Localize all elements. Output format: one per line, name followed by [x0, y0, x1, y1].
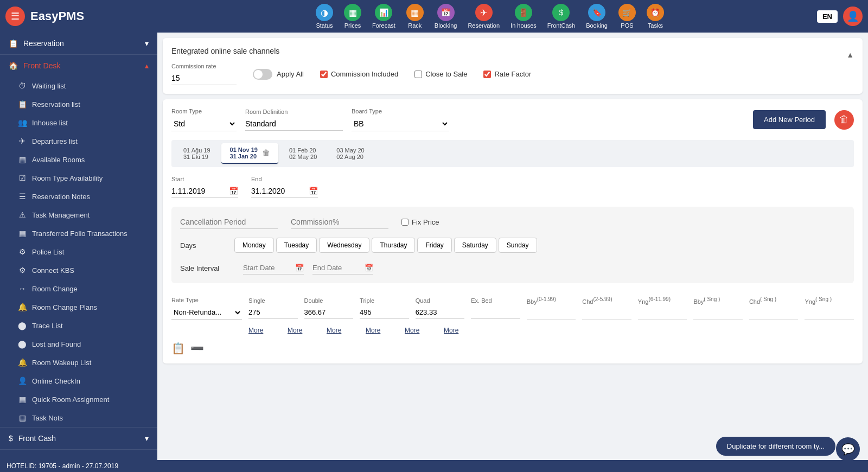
sale-end-input[interactable] [312, 264, 361, 272]
bby-sng-input[interactable] [693, 307, 743, 320]
nav-booking[interactable]: 🔖 Booking [586, 4, 608, 29]
sidebar-item-quick-room[interactable]: ▦ Quick Room Assignment [0, 390, 157, 409]
copy-button[interactable]: 📋 [171, 342, 185, 355]
end-calendar-icon[interactable]: 📅 [309, 187, 318, 195]
start-calendar-icon[interactable]: 📅 [229, 187, 238, 195]
more-link-2[interactable]: More [288, 327, 320, 334]
sunday-btn[interactable]: Sunday [499, 238, 537, 253]
nav-blocking[interactable]: 📅 Blocking [435, 4, 457, 29]
duplicate-button[interactable]: Duplicate for different room ty... [716, 437, 835, 456]
chat-button[interactable]: 💬 [836, 437, 860, 461]
close-to-sale-input[interactable] [414, 71, 422, 78]
sidebar-item-online-checkin[interactable]: 👤 Online CheckIn [0, 372, 157, 390]
single-input[interactable] [248, 306, 298, 319]
chd-sng-input[interactable] [749, 307, 799, 320]
nav-rack[interactable]: ▦ Rack [406, 4, 424, 29]
board-type-select[interactable]: BB [352, 117, 449, 131]
monday-btn[interactable]: Monday [234, 238, 274, 253]
sidebar-item-room-change-plans[interactable]: 🔔 Room Change Plans [0, 298, 157, 316]
end-date-input[interactable] [251, 184, 305, 197]
add-period-button[interactable]: Add New Period [753, 110, 826, 129]
rate-factor-check[interactable]: Rate Factor [483, 70, 531, 78]
sidebar-item-room-type-availability[interactable]: ☑ Room Type Availability [0, 169, 157, 187]
period-section: Room Type Std Room Definition Board Type… [163, 99, 863, 363]
period-tab-2-line2: 31 Jan 20 [230, 153, 258, 160]
period-tab-4[interactable]: 03 May 20 02 Aug 20 [328, 143, 373, 164]
bby-input[interactable] [527, 307, 576, 320]
more-link-4[interactable]: More [366, 327, 398, 334]
sidebar-item-task-nots[interactable]: ▦ Task Nots [0, 409, 157, 427]
rate-factor-label: Rate Factor [494, 70, 531, 78]
sale-start-calendar-icon[interactable]: 📅 [295, 264, 304, 272]
menu-button[interactable]: ☰ [5, 7, 25, 26]
sidebar-item-transferred-folio[interactable]: ▦ Transferred Folio Transactions [0, 224, 157, 243]
ex-bed-input[interactable] [471, 306, 520, 319]
sidebar-item-waiting-list[interactable]: ⏱ Waiting list [0, 76, 157, 95]
triple-input[interactable] [360, 306, 409, 319]
sidebar-item-available-rooms[interactable]: ▦ Available Rooms [0, 150, 157, 169]
double-input[interactable] [304, 306, 354, 319]
tuesday-btn[interactable]: Tuesday [276, 238, 317, 253]
nav-inhouses[interactable]: 🚪 In houses [510, 4, 537, 29]
period-tab-1[interactable]: 01 Ağu 19 31 Eki 19 [175, 143, 219, 164]
rate-factor-input[interactable] [483, 71, 491, 78]
delete-period-button[interactable]: 🗑 [834, 110, 854, 130]
saturday-btn[interactable]: Saturday [454, 238, 496, 253]
chd-input[interactable] [582, 307, 631, 320]
commission-included-check[interactable]: Commission Included [320, 70, 398, 78]
more-link-6[interactable]: More [444, 327, 476, 334]
close-to-sale-check[interactable]: Close to Sale [414, 70, 467, 78]
period-tab-2-delete[interactable]: 🗑 [262, 149, 270, 157]
user-avatar[interactable]: 👤 [843, 7, 863, 26]
sidebar-item-police-list[interactable]: ⚙ Police List [0, 243, 157, 261]
remove-button[interactable]: ➖ [190, 342, 204, 355]
more-link-5[interactable]: More [405, 327, 437, 334]
sidebar-item-connect-kbs[interactable]: ⚙ Connect KBS [0, 261, 157, 279]
cancellation-period-input[interactable] [180, 215, 278, 229]
yng-input[interactable] [638, 307, 687, 320]
thursday-btn[interactable]: Thursday [372, 238, 415, 253]
channels-collapse-icon[interactable]: ▲ [846, 50, 854, 59]
nav-reservation[interactable]: ✈ Reservation [468, 4, 500, 29]
nav-tasks[interactable]: ⏰ Tasks [647, 4, 664, 29]
sidebar-item-inhouse-list[interactable]: 👥 Inhouse list [0, 113, 157, 132]
friday-btn[interactable]: Friday [417, 238, 451, 253]
period-tab-2[interactable]: 01 Nov 19 31 Jan 20 🗑 [221, 143, 278, 164]
more-link-3[interactable]: More [327, 327, 359, 334]
sidebar-reservation-header[interactable]: 📋 Reservation ▾ [0, 33, 157, 54]
nav-frontcash[interactable]: $ FrontCash [547, 4, 575, 29]
sidebar-item-room-change[interactable]: ↔ Room Change [0, 279, 157, 298]
sidebar-item-room-wakeup[interactable]: 🔔 Room Wakeup List [0, 353, 157, 372]
wednesday-btn[interactable]: Wednesday [319, 238, 369, 253]
more-link-1[interactable]: More [248, 327, 281, 334]
nav-status[interactable]: ◑ Status [316, 4, 333, 29]
start-date-input[interactable] [171, 184, 226, 197]
nav-prices[interactable]: ▦ Prices [344, 4, 361, 29]
room-def-input[interactable] [245, 117, 343, 131]
language-button[interactable]: EN [817, 10, 838, 23]
triple-label: Triple [360, 297, 409, 304]
fix-price-checkbox[interactable] [401, 219, 409, 226]
commission-pct-input[interactable] [291, 215, 388, 229]
rate-type-select[interactable]: Non-Refunda... [171, 305, 242, 320]
apply-all-toggle[interactable] [253, 69, 272, 80]
sale-start-input[interactable] [243, 264, 292, 272]
sidebar-item-departures-list[interactable]: ✈ Departures list [0, 132, 157, 150]
sidebar-item-lost-found[interactable]: ⬤ Lost and Found [0, 335, 157, 353]
nav-pos[interactable]: 🛒 POS [618, 4, 636, 29]
sidebar-item-reservation-notes[interactable]: ☰ Reservation Notes [0, 187, 157, 206]
period-tab-3[interactable]: 01 Feb 20 02 May 20 [280, 143, 326, 164]
sidebar-frontcash-header[interactable]: $ Front Cash ▾ [0, 428, 157, 449]
sidebar-frontdesk-header[interactable]: 🏠 Front Desk ▴ [0, 55, 157, 76]
fix-price-check[interactable]: Fix Price [401, 218, 439, 226]
sale-end-calendar-icon[interactable]: 📅 [365, 264, 373, 272]
quad-input[interactable] [416, 306, 465, 319]
nav-forecast[interactable]: 📊 Forecast [372, 4, 395, 29]
sidebar-item-reservation-list[interactable]: 📋 Reservation list [0, 95, 157, 113]
commission-included-input[interactable] [320, 71, 328, 78]
commission-rate-input[interactable] [171, 72, 237, 85]
sidebar-item-task-management[interactable]: ⚠ Task Management [0, 206, 157, 224]
sidebar-item-trace-list[interactable]: ⬤ Trace List [0, 316, 157, 335]
room-type-select[interactable]: Std [171, 117, 237, 131]
yng-sng-input[interactable] [805, 307, 854, 320]
